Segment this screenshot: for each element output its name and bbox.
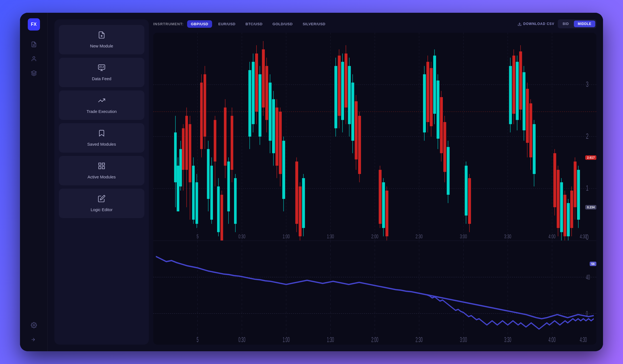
svg-rect-148 bbox=[519, 51, 522, 110]
svg-rect-132 bbox=[440, 97, 443, 153]
app-container: FX bbox=[20, 13, 603, 351]
svg-rect-106 bbox=[345, 54, 347, 108]
svg-rect-15 bbox=[99, 163, 101, 165]
active-modules-button[interactable]: Active Modules bbox=[59, 156, 144, 185]
svg-rect-168 bbox=[570, 191, 573, 228]
tab-gbp-usd[interactable]: GBP/USD bbox=[187, 20, 212, 28]
svg-rect-80 bbox=[262, 49, 265, 108]
svg-point-4 bbox=[33, 324, 35, 326]
svg-rect-100 bbox=[334, 66, 337, 128]
instrument-label: INSRTRUMENT: bbox=[153, 22, 184, 26]
svg-rect-82 bbox=[265, 66, 268, 120]
svg-rect-36 bbox=[177, 166, 179, 211]
svg-text:4:00: 4:00 bbox=[549, 335, 556, 343]
chart-area: INSRTRUMENT: GBP/USD EUR/USD BTC/USD GOL… bbox=[149, 13, 603, 351]
svg-rect-40 bbox=[182, 128, 184, 170]
tab-btc-usd[interactable]: BTC/USD bbox=[242, 20, 266, 28]
svg-rect-170 bbox=[574, 161, 576, 207]
svg-rect-38 bbox=[179, 149, 182, 186]
svg-rect-104 bbox=[341, 62, 344, 120]
svg-text:5: 5 bbox=[197, 233, 199, 240]
svg-text:4:00: 4:00 bbox=[549, 233, 556, 240]
svg-rect-110 bbox=[351, 83, 354, 141]
svg-rect-152 bbox=[526, 89, 529, 143]
svg-rect-94 bbox=[295, 161, 298, 224]
svg-text:0:30: 0:30 bbox=[238, 233, 245, 240]
saved-modules-label: Saved Modules bbox=[87, 142, 116, 146]
svg-rect-34 bbox=[174, 132, 177, 182]
svg-rect-50 bbox=[200, 83, 203, 149]
user-icon[interactable] bbox=[28, 53, 40, 65]
svg-rect-166 bbox=[567, 203, 570, 236]
svg-rect-86 bbox=[272, 99, 275, 153]
new-module-button[interactable]: New Module bbox=[59, 25, 144, 54]
svg-rect-136 bbox=[447, 147, 449, 195]
svg-rect-66 bbox=[227, 161, 230, 211]
download-csv-button[interactable]: DOWNLOAD CSV bbox=[518, 22, 554, 26]
download-icon bbox=[518, 22, 522, 26]
svg-rect-130 bbox=[437, 80, 439, 139]
svg-text:5: 5 bbox=[197, 335, 199, 343]
trade-execution-button[interactable]: Trade Execution bbox=[59, 90, 144, 120]
svg-rect-144 bbox=[513, 55, 515, 114]
svg-rect-124 bbox=[426, 62, 429, 122]
svg-rect-120 bbox=[385, 191, 388, 236]
app-logo[interactable]: FX bbox=[28, 18, 40, 31]
svg-rect-52 bbox=[204, 74, 206, 137]
tab-eur-usd[interactable]: EUR/USD bbox=[214, 20, 239, 28]
svg-marker-3 bbox=[31, 71, 36, 73]
price-high-label: 2.617 bbox=[585, 155, 596, 160]
export-icon[interactable] bbox=[28, 333, 40, 346]
svg-rect-42 bbox=[185, 116, 188, 170]
candlestick-chart: .grid-line { stroke: #1e1e35; stroke-wid… bbox=[153, 33, 596, 241]
svg-rect-92 bbox=[282, 141, 285, 199]
svg-rect-18 bbox=[99, 166, 101, 169]
saved-modules-button[interactable]: Saved Modules bbox=[59, 123, 144, 153]
instrument-tabs: GBP/USD EUR/USD BTC/USD GOLD/USD SILVER/… bbox=[187, 20, 330, 28]
data-feed-label: Data Feed bbox=[92, 76, 111, 81]
svg-text:3:00: 3:00 bbox=[460, 335, 467, 343]
svg-rect-114 bbox=[358, 116, 361, 174]
svg-rect-158 bbox=[553, 153, 556, 207]
svg-rect-118 bbox=[382, 182, 385, 228]
svg-text:3: 3 bbox=[586, 80, 588, 89]
trade-execution-label: Trade Execution bbox=[87, 109, 117, 114]
svg-rect-102 bbox=[338, 55, 341, 116]
new-module-label: New Module bbox=[90, 44, 113, 48]
svg-rect-48 bbox=[195, 182, 198, 224]
data-feed-button[interactable]: Data Feed bbox=[59, 58, 144, 87]
tab-gold-usd[interactable]: GOLD/USD bbox=[269, 20, 297, 28]
svg-rect-72 bbox=[248, 70, 251, 137]
svg-text:0: 0 bbox=[586, 309, 588, 317]
tab-silver-usd[interactable]: SILVER/USD bbox=[299, 20, 329, 28]
svg-rect-108 bbox=[348, 66, 351, 124]
logic-editor-label: Logic Editor bbox=[91, 207, 112, 212]
layers-icon[interactable] bbox=[28, 67, 40, 79]
document-icon[interactable] bbox=[28, 38, 40, 50]
svg-rect-128 bbox=[433, 55, 436, 114]
svg-rect-56 bbox=[210, 166, 213, 220]
settings-icon[interactable] bbox=[28, 319, 40, 331]
middle-button[interactable]: MIDDLE bbox=[574, 21, 595, 27]
price-type-buttons: BID MIDDLE bbox=[558, 19, 596, 28]
svg-text:1:30: 1:30 bbox=[327, 233, 334, 240]
active-modules-icon bbox=[98, 162, 105, 172]
logic-editor-button[interactable]: Logic Editor bbox=[59, 189, 144, 218]
svg-text:0:30: 0:30 bbox=[238, 335, 245, 343]
svg-rect-96 bbox=[299, 186, 302, 236]
svg-rect-140 bbox=[468, 178, 471, 224]
svg-point-2 bbox=[33, 57, 35, 59]
svg-rect-16 bbox=[102, 163, 104, 165]
svg-rect-156 bbox=[533, 124, 536, 174]
saved-modules-icon bbox=[98, 129, 105, 139]
trade-execution-icon bbox=[98, 97, 105, 106]
svg-rect-70 bbox=[234, 178, 237, 224]
bid-button[interactable]: BID bbox=[559, 21, 573, 27]
main-area: New Module Data Feed bbox=[48, 13, 603, 351]
svg-text:4:30: 4:30 bbox=[580, 335, 587, 343]
svg-rect-138 bbox=[465, 166, 468, 216]
svg-rect-112 bbox=[355, 101, 358, 160]
svg-rect-68 bbox=[231, 116, 233, 170]
svg-rect-76 bbox=[255, 54, 258, 112]
new-module-icon bbox=[98, 31, 105, 41]
